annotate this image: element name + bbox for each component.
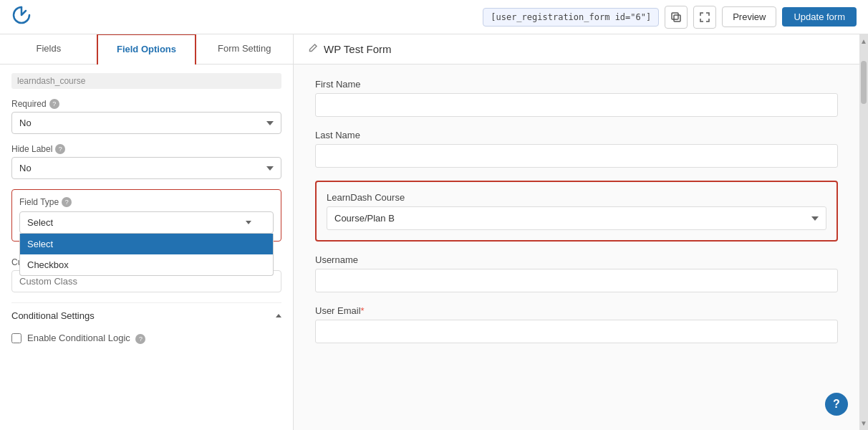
svg-rect-0 xyxy=(674,15,680,22)
tab-fields[interactable]: Fields xyxy=(0,34,97,64)
hide-label-help-icon[interactable]: ? xyxy=(55,144,65,154)
username-label: Username xyxy=(315,254,838,265)
enable-conditional-checkbox[interactable] xyxy=(11,333,21,343)
required-help-icon[interactable]: ? xyxy=(49,99,59,109)
scroll-down-arrow[interactable]: ▼ xyxy=(859,418,868,429)
fullscreen-button[interactable] xyxy=(693,6,716,29)
user-email-input[interactable] xyxy=(315,320,838,343)
form-name: WP Test Form xyxy=(324,43,391,55)
logo xyxy=(11,5,32,29)
scroll-thumb[interactable] xyxy=(861,61,867,104)
help-button[interactable]: ? xyxy=(825,393,848,416)
topbar-actions: [user_registration_form id="6"] Preview … xyxy=(483,6,857,29)
shortcode-display: [user_registration_form id="6"] xyxy=(483,8,659,27)
enable-conditional-help-icon[interactable]: ? xyxy=(135,334,145,344)
form-field-first-name: First Name xyxy=(315,79,838,117)
form-field-user-email: User Email* xyxy=(315,305,838,343)
form-preview-header: WP Test Form xyxy=(294,34,859,64)
form-field-last-name: Last Name xyxy=(315,130,838,168)
required-star: * xyxy=(361,305,365,316)
svg-rect-1 xyxy=(672,13,678,19)
form-field-username: Username xyxy=(315,254,838,292)
course-select-wrapper: Course/Plan B Course/Plan A xyxy=(327,206,826,230)
hide-label-label: Hide Label ? xyxy=(11,144,281,154)
field-type-help-icon[interactable]: ? xyxy=(62,197,72,207)
required-label: Required ? xyxy=(11,99,281,109)
field-type-select-wrapper: Select Select Checkbox xyxy=(19,211,274,234)
learndash-course-select[interactable]: Course/Plan B Course/Plan A xyxy=(327,206,826,230)
required-group: Required ? No Yes xyxy=(11,99,281,134)
user-email-label: User Email* xyxy=(315,305,838,316)
scroll-indicator: ▲ ▼ xyxy=(859,34,868,430)
topbar: [user_registration_form id="6"] Preview … xyxy=(0,0,868,34)
form-fields-area: First Name Last Name LearnDash Course Co… xyxy=(294,64,859,371)
chevron-up-icon xyxy=(276,314,281,317)
learndash-course-section: LearnDash Course Course/Plan B Course/Pl… xyxy=(315,181,838,242)
scroll-up-arrow[interactable]: ▲ xyxy=(859,36,868,47)
chevron-down-icon xyxy=(246,221,251,224)
dropdown-option-checkbox[interactable]: Checkbox xyxy=(20,254,273,275)
preview-button[interactable]: Preview xyxy=(722,6,776,27)
conditional-settings-header[interactable]: Conditional Settings xyxy=(11,302,281,328)
update-form-button[interactable]: Update form xyxy=(782,7,857,27)
learndash-course-label: LearnDash Course xyxy=(327,192,826,203)
field-type-dropdown: Select Checkbox xyxy=(19,234,274,276)
copy-shortcode-button[interactable] xyxy=(665,6,688,29)
right-panel: WP Test Form First Name Last Name LearnD… xyxy=(294,34,859,430)
first-name-label: First Name xyxy=(315,79,838,90)
last-name-label: Last Name xyxy=(315,130,838,140)
tabs: Fields Field Options Form Setting xyxy=(0,34,293,64)
main-layout: Fields Field Options Form Setting learnd… xyxy=(0,34,868,430)
learndash-tag-group: learndash_course xyxy=(11,73,281,89)
hide-label-group: Hide Label ? No Yes xyxy=(11,144,281,179)
last-name-input[interactable] xyxy=(315,144,838,168)
tab-field-options[interactable]: Field Options xyxy=(97,34,197,64)
panel-content: learndash_course Required ? No Yes Hide … xyxy=(0,64,293,430)
conditional-settings-section: Conditional Settings Enable Conditional … xyxy=(11,302,281,344)
field-type-section: Field Type ? Select Select Checkbox xyxy=(11,189,281,242)
field-type-select-display[interactable]: Select xyxy=(19,211,274,234)
dropdown-option-select[interactable]: Select xyxy=(20,234,273,254)
field-type-label: Field Type ? xyxy=(19,197,274,207)
enable-conditional-label: Enable Conditional Logic ? xyxy=(27,333,145,344)
first-name-input[interactable] xyxy=(315,93,838,117)
learndash-tag: learndash_course xyxy=(11,73,281,89)
enable-conditional-row: Enable Conditional Logic ? xyxy=(11,333,281,344)
left-panel: Fields Field Options Form Setting learnd… xyxy=(0,34,294,430)
required-select[interactable]: No Yes xyxy=(11,112,281,134)
edit-icon xyxy=(308,43,318,55)
tab-form-setting[interactable]: Form Setting xyxy=(196,34,293,64)
hide-label-select[interactable]: No Yes xyxy=(11,157,281,179)
username-input[interactable] xyxy=(315,269,838,292)
